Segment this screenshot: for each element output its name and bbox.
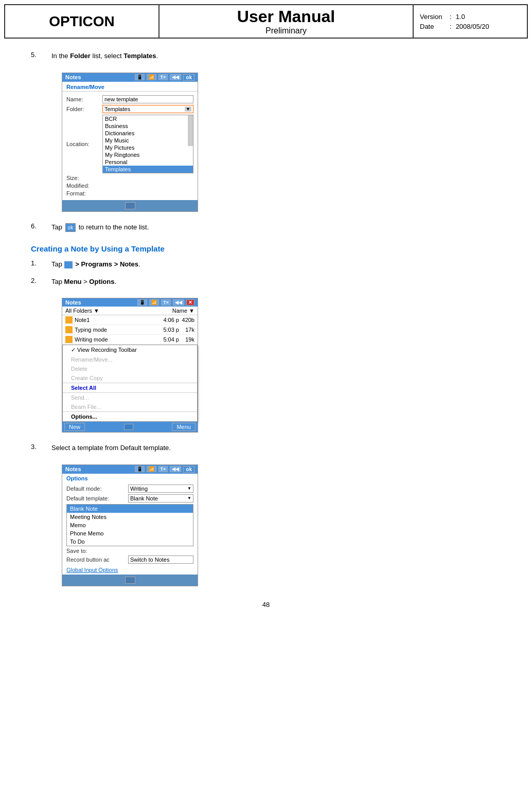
location-row: Location: BCR Business Dictionaries My M… — [66, 115, 193, 173]
default-mode-arrow: ▼ — [187, 486, 191, 491]
menu-view-recording[interactable]: ✓ View Recording Toolbar — [63, 345, 197, 355]
name-col-btn[interactable]: Name ▼ — [172, 308, 194, 314]
options-section: Options — [62, 474, 198, 483]
dropdown-phone-memo[interactable]: Phone Memo — [67, 529, 193, 537]
opt-icon-signal: 📶 — [147, 466, 156, 472]
location-list[interactable]: BCR Business Dictionaries My Music My Pi… — [102, 115, 193, 173]
menu-rename[interactable]: Rename/Move... — [63, 355, 197, 364]
location-templates[interactable]: Templates — [103, 166, 193, 173]
notes-list-toolbar: All Folders ▼ Name ▼ — [62, 307, 198, 315]
options-screenshot: Notes 📱 📶 T× ◀◀ ok Options Default mode:… — [62, 464, 198, 586]
options-dropdown-menu: ✓ View Recording Toolbar Rename/Move... … — [62, 345, 198, 422]
format-row: Format: — [66, 190, 193, 196]
location-my-music[interactable]: My Music — [103, 137, 193, 144]
global-input-options-link[interactable]: Global Input Options — [62, 565, 198, 575]
opt-ok-btn[interactable]: ok — [183, 466, 194, 473]
notes-list-screenshot: Notes 📱 📶 T× ◀◀ ✕ All Folders ▼ Name ▼ N… — [62, 298, 198, 433]
step-2-num: 2. — [31, 277, 51, 287]
keyboard-bar[interactable] — [62, 200, 198, 211]
typing-name: Typing mode — [75, 327, 156, 333]
notes-list-titlebar-icons: 📱 📶 T× ◀◀ ✕ — [137, 299, 194, 306]
default-template-select[interactable]: Blank Note ▼ — [128, 494, 193, 503]
ok-button-titlebar[interactable]: ok — [183, 74, 194, 81]
record-btn-label: Record button ac — [66, 557, 128, 563]
folder-select-value: Templates — [104, 106, 130, 112]
global-input-link-text[interactable]: Global Input Options — [62, 565, 122, 575]
location-dictionaries[interactable]: Dictionaries — [103, 130, 193, 137]
dropdown-to-do[interactable]: To Do — [67, 537, 193, 546]
menu-beam-file[interactable]: Beam File... — [63, 402, 197, 411]
icon-signal: 📶 — [147, 74, 156, 80]
notes-row-typing[interactable]: Typing mode 5:03 p 17k — [62, 325, 198, 335]
notes-list-close-btn[interactable]: ✕ — [186, 299, 194, 306]
menu-create-copy[interactable]: Create Copy — [63, 373, 197, 383]
location-my-ringtones[interactable]: My Ringtones — [103, 151, 193, 158]
menu-delete[interactable]: Delete — [63, 364, 197, 373]
keyboard-btn[interactable] — [124, 424, 133, 430]
all-folders-btn[interactable]: All Folders ▼ — [65, 308, 99, 314]
default-template-row: Default template: Blank Note ▼ — [66, 494, 193, 503]
folder-select[interactable]: Templates ▼ — [102, 105, 193, 113]
step-3: 3. Select a template from Default templa… — [31, 443, 501, 453]
step-1: 1. Tap > Programs > Notes. — [31, 259, 501, 270]
menu-send[interactable]: Send... — [63, 393, 197, 402]
modified-row: Modified: — [66, 183, 193, 189]
default-mode-select[interactable]: Writing ▼ — [128, 485, 193, 493]
folder-dropdown-arrow: ▼ — [185, 106, 191, 112]
dropdown-blank-note[interactable]: Blank Note — [67, 505, 193, 513]
options-title: Notes — [65, 466, 81, 472]
dropdown-meeting-notes[interactable]: Meeting Notes — [67, 513, 193, 521]
new-btn[interactable]: New — [64, 423, 85, 431]
templates-bold: Templates — [123, 52, 156, 60]
step-3-num: 3. — [31, 443, 51, 453]
modified-label: Modified: — [66, 183, 102, 189]
note1-size: 420b — [179, 317, 194, 323]
writing-time: 5:04 p — [156, 336, 179, 343]
default-template-label: Default template: — [66, 495, 128, 501]
name-input[interactable]: new template — [102, 95, 193, 103]
step-3-text: Select a template from Default template. — [51, 443, 501, 453]
record-btn-value: Switch to Notes — [130, 557, 169, 563]
location-business[interactable]: Business — [103, 122, 193, 130]
step-5-num: 5. — [31, 51, 51, 61]
notes-row-note1[interactable]: Note1 4:06 p 420b — [62, 315, 198, 325]
location-label: Location: — [66, 141, 102, 147]
menu-options[interactable]: Options... — [63, 411, 197, 421]
save-to-row: Save to: — [66, 548, 193, 554]
notes-list-titlebar: Notes 📱 📶 T× ◀◀ ✕ — [62, 298, 198, 307]
menu-btn[interactable]: Menu — [172, 423, 196, 431]
title-main: User Manual — [237, 7, 335, 26]
size-label: Size: — [66, 175, 102, 181]
note1-name: Note1 — [75, 317, 156, 323]
opt-icon-phone: 📱 — [135, 466, 145, 472]
folder-label: Folder: — [66, 106, 102, 112]
notes-row-writing[interactable]: Writing mode 5:04 p 19k — [62, 335, 198, 345]
notes-list-window: Notes 📱 📶 T× ◀◀ ✕ All Folders ▼ Name ▼ N… — [62, 298, 198, 433]
notes-list-title: Notes — [65, 299, 81, 306]
default-template-arrow: ▼ — [187, 496, 191, 500]
date-label: Date — [420, 23, 446, 30]
step-6-num: 6. — [31, 222, 51, 232]
title-sub: Preliminary — [265, 26, 307, 35]
icon-phone[interactable]: 📱 — [135, 74, 145, 80]
default-mode-row: Default mode: Writing ▼ — [66, 485, 193, 493]
header-title: User Manual Preliminary — [159, 5, 414, 38]
opt-icon-volume: ◀◀ — [170, 466, 181, 472]
options-keyboard-bar[interactable] — [62, 575, 198, 586]
scrollbar[interactable] — [188, 115, 193, 146]
step-5-text: In the Folder list, select Templates. — [51, 51, 501, 61]
dropdown-memo[interactable]: Memo — [67, 521, 193, 529]
note1-time: 4:06 p — [156, 317, 179, 323]
menu-select-all[interactable]: Select All — [63, 383, 197, 393]
location-personal[interactable]: Personal — [103, 158, 193, 166]
location-bcr[interactable]: BCR — [103, 115, 193, 122]
version-value: 1.0 — [456, 13, 465, 21]
record-btn-select[interactable]: Switch to Notes — [128, 555, 193, 564]
writing-icon — [65, 336, 73, 343]
date-colon: : — [450, 23, 452, 30]
location-my-pictures[interactable]: My Pictures — [103, 144, 193, 151]
writing-name: Writing mode — [75, 336, 156, 343]
default-mode-value: Writing — [130, 486, 148, 492]
notes-list-icon-volume: ◀◀ — [173, 299, 184, 306]
version-colon: : — [450, 13, 452, 21]
